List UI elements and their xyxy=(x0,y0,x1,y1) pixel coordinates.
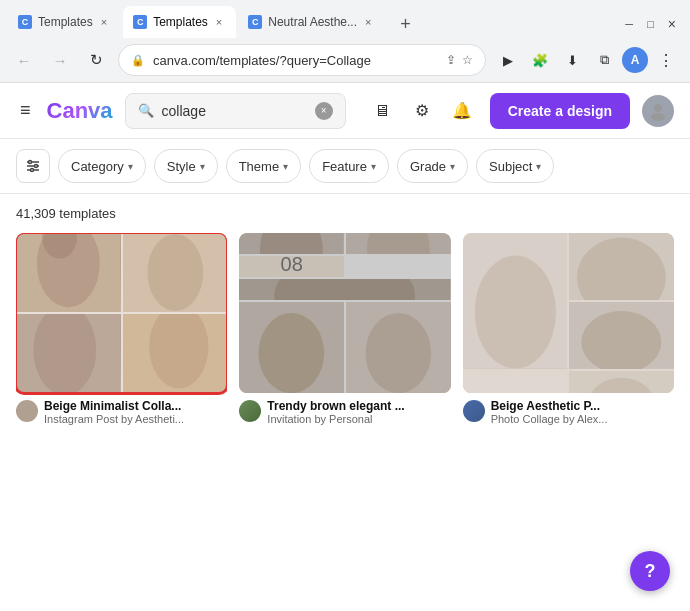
browser-menu-icon[interactable]: ⋮ xyxy=(652,46,680,74)
share-icon[interactable]: ⇪ xyxy=(446,53,456,67)
svg-point-24 xyxy=(259,313,325,393)
svg-point-12 xyxy=(147,234,203,311)
tab-favicon-1: C xyxy=(18,15,32,29)
split-screen-icon[interactable]: ⧉ xyxy=(590,46,618,74)
canva-header: ≡ Canva 🔍 collage × 🖥 ⚙ 🔔 Create a desig… xyxy=(0,83,690,139)
collage-cell-2-5 xyxy=(239,302,344,393)
category-label: Category xyxy=(71,159,124,174)
new-tab-button[interactable]: + xyxy=(391,10,419,38)
collage-cell-1-1 xyxy=(16,233,121,312)
canva-app: ≡ Canva 🔍 collage × 🖥 ⚙ 🔔 Create a desig… xyxy=(0,83,690,611)
style-label: Style xyxy=(167,159,196,174)
canva-logo[interactable]: Canva xyxy=(47,98,113,124)
lock-icon: 🔒 xyxy=(131,54,145,67)
filter-settings-button[interactable] xyxy=(16,149,50,183)
forward-button[interactable]: → xyxy=(46,46,74,74)
browser-tab-1[interactable]: C Templates × xyxy=(8,6,121,38)
browser-tab-2[interactable]: C Templates × xyxy=(123,6,236,38)
subject-label: Subject xyxy=(489,159,532,174)
reload-button[interactable]: ↻ xyxy=(82,46,110,74)
tab-close-2[interactable]: × xyxy=(214,14,224,30)
col3-cell1 xyxy=(569,233,674,300)
template-card-3[interactable]: Beige Aesthetic P... Photo Collage by Al… xyxy=(463,233,674,429)
card-subtitle-3: Photo Collage by Alex... xyxy=(491,413,674,425)
close-window-button[interactable]: × xyxy=(662,14,682,34)
feature-filter[interactable]: Feature ▾ xyxy=(309,149,389,183)
notifications-icon[interactable]: 🔔 xyxy=(446,95,478,127)
grade-chevron: ▾ xyxy=(450,161,455,172)
card-avatar-3 xyxy=(463,400,485,422)
search-clear-button[interactable]: × xyxy=(315,102,333,120)
svg-point-1 xyxy=(651,113,665,121)
collage-cell-1-3 xyxy=(16,314,121,393)
browser-chrome: C Templates × C Templates × C Neutral Ae… xyxy=(0,0,690,83)
header-icons: 🖥 ⚙ 🔔 xyxy=(366,95,478,127)
col3-cell2 xyxy=(463,233,568,369)
collage-cell-1-4 xyxy=(123,314,228,393)
svg-point-7 xyxy=(31,169,34,172)
tab-title-3: Neutral Aesthe... xyxy=(268,15,357,29)
grade-label: Grade xyxy=(410,159,446,174)
tab-close-3[interactable]: × xyxy=(363,14,373,30)
tab-favicon-3: C xyxy=(248,15,262,29)
user-avatar[interactable] xyxy=(642,95,674,127)
svg-point-5 xyxy=(35,165,38,168)
card-image-3 xyxy=(463,233,674,393)
feature-label: Feature xyxy=(322,159,367,174)
collage-image-2: save the date 22 08 25 ariel + miles are… xyxy=(239,233,450,393)
hamburger-menu[interactable]: ≡ xyxy=(16,96,35,125)
svg-rect-35 xyxy=(463,371,568,393)
url-action-icons: ⇪ ☆ xyxy=(446,53,473,67)
filter-bar: Category ▾ Style ▾ Theme ▾ Feature ▾ Gra… xyxy=(0,139,690,194)
url-bar[interactable]: 🔒 canva.com/templates/?query=Collage ⇪ ☆ xyxy=(118,44,486,76)
card-image-1 xyxy=(16,233,227,393)
search-text: collage xyxy=(162,103,307,119)
tab-close-1[interactable]: × xyxy=(99,14,109,30)
tab-bar: C Templates × C Templates × C Neutral Ae… xyxy=(0,0,690,83)
browser-tab-3[interactable]: C Neutral Aesthe... × xyxy=(238,6,385,38)
subject-filter[interactable]: Subject ▾ xyxy=(476,149,554,183)
card-text-1: Beige Minimalist Colla... Instagram Post… xyxy=(44,399,227,425)
category-chevron: ▾ xyxy=(128,161,133,172)
grade-filter[interactable]: Grade ▾ xyxy=(397,149,468,183)
help-button[interactable]: ? xyxy=(630,551,670,591)
browser-profile[interactable]: A xyxy=(622,47,648,73)
template-card-1[interactable]: Beige Minimalist Colla... Instagram Post… xyxy=(16,233,227,429)
theme-filter[interactable]: Theme ▾ xyxy=(226,149,301,183)
tab-favicon-2: C xyxy=(133,15,147,29)
category-filter[interactable]: Category ▾ xyxy=(58,149,146,183)
maximize-button[interactable]: □ xyxy=(641,16,660,32)
monitor-icon[interactable]: 🖥 xyxy=(366,95,398,127)
card-avatar-2 xyxy=(239,400,261,422)
download-icon[interactable]: ⬇ xyxy=(558,46,586,74)
svg-point-18 xyxy=(260,233,323,254)
col3-cell5 xyxy=(463,371,568,393)
svg-point-30 xyxy=(474,256,555,369)
collage-image-3 xyxy=(463,233,674,393)
results-area: 41,309 templates xyxy=(0,194,690,611)
collage-cell-1-2 xyxy=(123,233,228,312)
col3-cell4 xyxy=(569,371,674,393)
card-image-2: save the date 22 08 25 ariel + miles are… xyxy=(239,233,450,393)
minimize-button[interactable]: ─ xyxy=(619,16,639,32)
back-button[interactable]: ← xyxy=(10,46,38,74)
svg-point-26 xyxy=(365,313,431,393)
search-bar[interactable]: 🔍 collage × xyxy=(125,93,346,129)
card-title-3: Beige Aesthetic P... xyxy=(491,399,674,413)
style-filter[interactable]: Style ▾ xyxy=(154,149,218,183)
create-design-button[interactable]: Create a design xyxy=(490,93,630,129)
card-subtitle-2: Invitation by Personal xyxy=(267,413,450,425)
template-card-2[interactable]: save the date 22 08 25 ariel + miles are… xyxy=(239,233,450,429)
collage-cell-2-3: save the date 22 08 25 ariel + miles are… xyxy=(239,256,344,277)
cast-icon[interactable]: ▶ xyxy=(494,46,522,74)
theme-chevron: ▾ xyxy=(283,161,288,172)
bookmark-icon[interactable]: ☆ xyxy=(462,53,473,67)
url-text: canva.com/templates/?query=Collage xyxy=(153,53,438,68)
settings-icon[interactable]: ⚙ xyxy=(406,95,438,127)
theme-label: Theme xyxy=(239,159,279,174)
address-bar: ← → ↻ 🔒 canva.com/templates/?query=Colla… xyxy=(0,38,690,82)
results-count: 41,309 templates xyxy=(16,206,674,221)
extensions-icon[interactable]: 🧩 xyxy=(526,46,554,74)
card-avatar-1 xyxy=(16,400,38,422)
tab-title-1: Templates xyxy=(38,15,93,29)
